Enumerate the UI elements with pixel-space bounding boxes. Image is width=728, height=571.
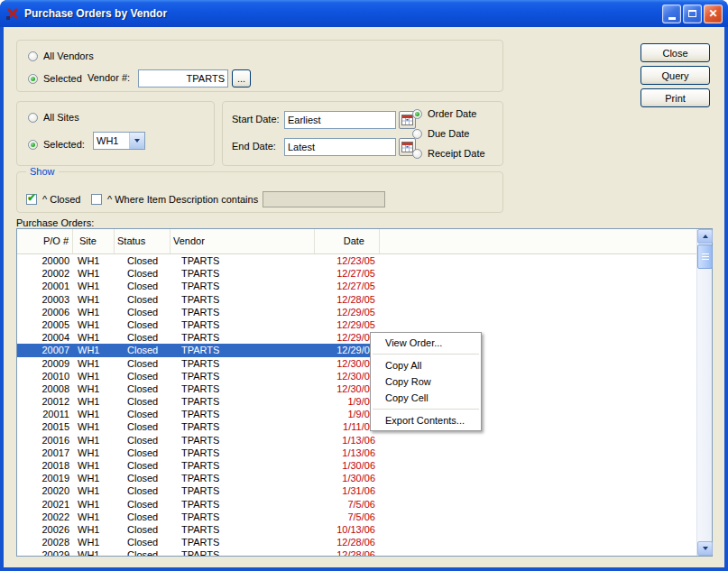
vertical-scrollbar xyxy=(696,229,712,556)
column-header-site[interactable]: Site xyxy=(73,229,115,253)
column-header-status[interactable]: Status xyxy=(115,229,170,253)
cell-status: Closed xyxy=(115,344,170,356)
scroll-down-icon xyxy=(703,547,708,550)
cell-status: Closed xyxy=(115,306,170,318)
cell-po: 20028 xyxy=(17,536,73,548)
cell-po: 20016 xyxy=(17,434,73,447)
receipt-date-radio[interactable]: Receipt Date xyxy=(412,147,485,160)
table-row[interactable]: 20021WH1ClosedTPARTS7/5/06 xyxy=(17,498,696,511)
cell-po: 20005 xyxy=(17,318,73,331)
maximize-button[interactable] xyxy=(683,5,702,23)
cell-date: 1/13/06 xyxy=(315,434,380,447)
end-date-input[interactable] xyxy=(284,138,396,156)
cell-po: 20000 xyxy=(17,254,73,267)
titlebar[interactable]: Purchase Orders by Vendor ✕ xyxy=(0,0,728,27)
selected-site-radio[interactable]: Selected: xyxy=(28,138,85,151)
table-row[interactable]: 20008WH1ClosedTPARTS12/30/05 xyxy=(17,382,696,395)
table-row[interactable]: 20002WH1ClosedTPARTS12/27/05 xyxy=(17,267,696,280)
order-date-radio[interactable]: Order Date xyxy=(412,107,476,120)
vendor-number-label: Vendor #: xyxy=(88,72,130,83)
cell-site: WH1 xyxy=(73,498,115,511)
all-sites-radio[interactable]: All Sites xyxy=(28,111,79,124)
print-button[interactable]: Print xyxy=(640,88,710,107)
menu-item-view-order[interactable]: View Order... xyxy=(371,335,481,351)
show-groupbox: Show ✔ ^ Closed ^ Where Item Description… xyxy=(16,171,503,213)
cell-vendor: TPARTS xyxy=(170,331,315,344)
contains-checkbox[interactable]: ^ Where Item Description contains xyxy=(91,193,258,206)
site-dropdown-button[interactable] xyxy=(129,133,144,149)
window-title: Purchase Orders by Vendor xyxy=(24,7,662,20)
cell-vendor: TPARTS xyxy=(170,511,315,523)
cell-date: 7/5/06 xyxy=(315,498,380,511)
table-row[interactable]: 20019WH1ClosedTPARTS1/30/06 xyxy=(17,472,696,484)
cell-site: WH1 xyxy=(73,523,115,536)
cell-site: WH1 xyxy=(73,447,115,459)
menu-item-copy-cell[interactable]: Copy Cell xyxy=(371,390,481,406)
menu-item-copy-all[interactable]: Copy All xyxy=(371,357,481,373)
cell-po: 20009 xyxy=(17,357,73,370)
vendor-browse-button[interactable]: ... xyxy=(232,69,251,87)
table-row[interactable]: 20022WH1ClosedTPARTS7/5/06 xyxy=(17,511,696,523)
column-header-date[interactable]: Date xyxy=(315,229,380,253)
scroll-down-button[interactable] xyxy=(697,541,713,556)
table-row[interactable]: 20009WH1ClosedTPARTS12/30/05 xyxy=(17,357,696,370)
cell-vendor: TPARTS xyxy=(170,434,315,447)
table-row[interactable]: 20010WH1ClosedTPARTS12/30/05 xyxy=(17,370,696,382)
site-dropdown[interactable]: WH1 xyxy=(93,132,145,150)
receipt-date-radio-icon xyxy=(412,149,422,159)
selected-site-label: Selected: xyxy=(43,139,85,150)
table-row[interactable]: 20017WH1ClosedTPARTS1/13/06 xyxy=(17,447,696,459)
vendor-number-input[interactable] xyxy=(138,69,228,87)
cell-date: 12/29/05 xyxy=(315,306,380,318)
cell-status: Closed xyxy=(115,370,170,382)
table-row[interactable]: 20001WH1ClosedTPARTS12/27/05 xyxy=(17,280,696,292)
all-sites-label: All Sites xyxy=(43,112,79,123)
table-row[interactable]: 20026WH1ClosedTPARTS10/13/06 xyxy=(17,523,696,536)
close-window-button[interactable]: ✕ xyxy=(704,5,723,23)
table-row[interactable]: 20003WH1ClosedTPARTS12/28/05 xyxy=(17,293,696,306)
start-date-input[interactable] xyxy=(284,111,396,129)
all-vendors-radio[interactable]: All Vendors xyxy=(28,50,94,62)
table-row[interactable]: 20029WH1ClosedTPARTS12/28/06 xyxy=(17,548,696,556)
cell-status: Closed xyxy=(115,267,170,280)
contains-input[interactable] xyxy=(263,191,385,207)
query-button[interactable]: Query xyxy=(640,66,710,85)
cell-status: Closed xyxy=(115,434,170,447)
cell-status: Closed xyxy=(115,511,170,523)
cell-status: Closed xyxy=(115,408,170,420)
due-date-radio-icon xyxy=(412,129,422,139)
selected-vendor-radio[interactable]: Selected xyxy=(28,72,82,85)
cell-vendor: TPARTS xyxy=(170,484,315,497)
table-row[interactable]: 20012WH1ClosedTPARTS1/9/06 xyxy=(17,395,696,408)
table-row[interactable]: 20006WH1ClosedTPARTS12/29/05 xyxy=(17,306,696,318)
closed-checkbox[interactable]: ✔ ^ Closed xyxy=(26,193,80,206)
table-row[interactable]: 20015WH1ClosedTPARTS1/11/06 xyxy=(17,420,696,433)
cell-site: WH1 xyxy=(73,331,115,344)
scrollbar-thumb[interactable] xyxy=(697,244,713,269)
cell-site: WH1 xyxy=(73,472,115,484)
table-row[interactable]: 20004WH1ClosedTPARTS12/29/05 xyxy=(17,331,696,344)
table-row[interactable]: 20000WH1ClosedTPARTS12/23/05 xyxy=(17,254,696,267)
close-button[interactable]: Close xyxy=(640,43,710,62)
cell-po: 20029 xyxy=(17,548,73,556)
menu-item-export-contents[interactable]: Export Contents... xyxy=(371,412,481,428)
due-date-radio[interactable]: Due Date xyxy=(412,127,469,140)
context-menu: View Order... Copy All Copy Row Copy Cel… xyxy=(370,332,482,431)
table-row[interactable]: 20016WH1ClosedTPARTS1/13/06 xyxy=(17,434,696,447)
table-row[interactable]: 20020WH1ClosedTPARTS1/31/06 xyxy=(17,484,696,497)
table-row[interactable]: 20011WH1ClosedTPARTS1/9/06 xyxy=(17,408,696,420)
column-header-vendor[interactable]: Vendor xyxy=(170,229,315,253)
column-header-po[interactable]: P/O # xyxy=(17,229,73,253)
cell-status: Closed xyxy=(115,318,170,331)
cell-po: 20008 xyxy=(17,382,73,395)
table-row[interactable]: 20007WH1ClosedTPARTS12/29/05 xyxy=(17,344,696,356)
table-row[interactable]: 20028WH1ClosedTPARTS12/28/06 xyxy=(17,536,696,548)
cell-status: Closed xyxy=(115,523,170,536)
menu-item-copy-row[interactable]: Copy Row xyxy=(371,373,481,390)
scroll-up-button[interactable] xyxy=(697,229,713,244)
table-row[interactable]: 20018WH1ClosedTPARTS1/30/06 xyxy=(17,459,696,472)
cell-po: 20022 xyxy=(17,511,73,523)
minimize-button[interactable] xyxy=(662,5,681,23)
end-date-label: End Date: xyxy=(232,141,276,152)
table-row[interactable]: 20005WH1ClosedTPARTS12/29/05 xyxy=(17,318,696,331)
